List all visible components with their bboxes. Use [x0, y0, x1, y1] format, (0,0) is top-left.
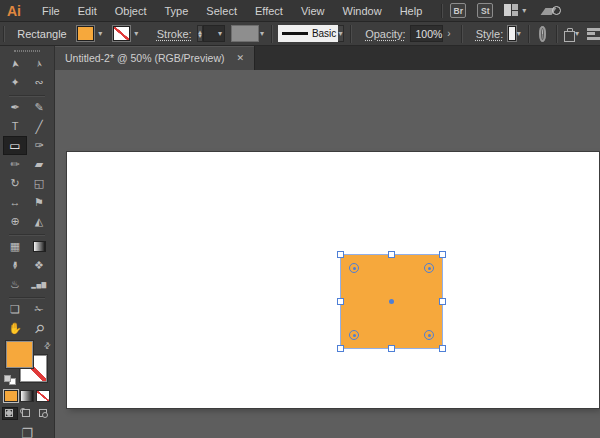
- live-corner-widget-sw[interactable]: [349, 330, 359, 340]
- swap-fill-stroke-icon[interactable]: ⇄: [42, 340, 53, 351]
- color-button[interactable]: [4, 390, 18, 402]
- live-corner-widget-nw[interactable]: [349, 263, 359, 273]
- selection-handle-e[interactable]: [439, 298, 446, 305]
- brush-definition-preview[interactable]: Basic: [278, 25, 338, 42]
- stroke-color-control[interactable]: ▾: [113, 26, 143, 41]
- selection-handle-ne[interactable]: [439, 251, 446, 258]
- tool-magic-wand-tool[interactable]: ✦: [3, 73, 27, 92]
- close-tab-icon[interactable]: ✕: [236, 53, 244, 63]
- tool-curvature-tool[interactable]: ✎: [27, 98, 51, 117]
- tool-width-tool[interactable]: ↔: [3, 193, 27, 212]
- menu-object[interactable]: Object: [106, 5, 156, 17]
- chevron-down-icon[interactable]: ▾: [522, 7, 526, 15]
- selected-rectangle-shape[interactable]: [341, 255, 442, 348]
- fill-color-control[interactable]: ▾: [77, 26, 107, 41]
- graphic-styles-button[interactable]: St: [477, 3, 493, 18]
- chevron-down-icon[interactable]: ▾: [130, 26, 143, 41]
- graphic-style-swatch[interactable]: [508, 26, 516, 41]
- draw-normal-button[interactable]: [2, 407, 18, 420]
- gpu-performance-icon[interactable]: [542, 4, 562, 18]
- tool-puppet-warp-tool[interactable]: ⚑: [27, 193, 51, 212]
- stepper-down-icon[interactable]: ▾: [198, 34, 202, 38]
- chevron-down-icon[interactable]: ▾: [575, 30, 579, 38]
- chevron-down-icon[interactable]: ▾: [94, 26, 107, 41]
- menu-edit[interactable]: Edit: [69, 5, 106, 17]
- recolor-artwork-icon[interactable]: [539, 26, 546, 42]
- go-to-bridge-button[interactable]: Br: [450, 3, 466, 18]
- menu-view[interactable]: View: [292, 5, 334, 17]
- gradient-button[interactable]: [20, 390, 34, 402]
- tool-selection-tool[interactable]: ➤: [3, 54, 27, 73]
- tool-blend-tool[interactable]: ❖: [27, 256, 51, 275]
- center-point-indicator[interactable]: [389, 299, 394, 304]
- artboard[interactable]: [67, 152, 599, 408]
- control-bar: Rectangle ▾ ▾ Stroke: ▴ ▾ ▾ ▾ Basic ▾ Op…: [0, 22, 600, 46]
- tool-type-tool[interactable]: T: [3, 117, 27, 136]
- selection-handle-s[interactable]: [388, 345, 395, 352]
- fill-proxy-swatch[interactable]: [6, 341, 33, 368]
- stroke-weight-stepper[interactable]: ▴ ▾: [197, 25, 204, 42]
- tool-paintbrush-tool[interactable]: ✑: [27, 136, 51, 155]
- tool-shape-builder-tool[interactable]: ⊕: [3, 212, 27, 231]
- menu-effect[interactable]: Effect: [246, 5, 292, 17]
- opacity-menu-arrow-icon[interactable]: ›: [447, 28, 450, 39]
- document-tab[interactable]: Untitled-2* @ 50% (RGB/Preview) ✕: [55, 46, 255, 70]
- live-corner-widget-se[interactable]: [424, 330, 434, 340]
- document-setup-icon[interactable]: [567, 28, 573, 40]
- selection-handle-se[interactable]: [439, 345, 446, 352]
- tool-eyedropper-tool[interactable]: ✒: [3, 256, 27, 275]
- tools-panel: ➤➢✦∾✒✎T╱▭✑✏▰↻◱↔⚑⊕◭▦✒❖♨▂▅▇❏✁✋⚲ ⇄: [0, 46, 55, 438]
- panel-grip-icon[interactable]: [3, 26, 5, 42]
- tool-artboard-tool[interactable]: ❏: [3, 300, 27, 319]
- brush-dropdown-chevron-icon[interactable]: ▾: [338, 25, 344, 42]
- panel-grip-icon[interactable]: [14, 50, 40, 52]
- stroke-weight-dropdown[interactable]: ▾: [203, 25, 225, 42]
- tool-zoom-tool[interactable]: ⚲: [27, 319, 51, 338]
- chevron-down-icon[interactable]: ▾: [516, 26, 522, 41]
- chevron-down-icon[interactable]: ▾: [259, 26, 265, 41]
- opacity-input[interactable]: 100%: [410, 25, 443, 42]
- menu-help[interactable]: Help: [391, 5, 432, 17]
- change-screen-mode-icon[interactable]: ❐: [21, 426, 33, 438]
- selection-handle-nw[interactable]: [337, 251, 344, 258]
- tool-pen-tool[interactable]: ✒: [3, 98, 27, 117]
- tool-slice-tool[interactable]: ✁: [27, 300, 51, 319]
- live-corner-widget-ne[interactable]: [424, 263, 434, 273]
- tool-rectangle-tool[interactable]: ▭: [3, 136, 27, 155]
- menu-file[interactable]: File: [33, 5, 69, 17]
- tool-column-graph-tool[interactable]: ▂▅▇: [27, 275, 51, 294]
- align-icon[interactable]: [587, 28, 600, 40]
- tool-gradient-tool[interactable]: [27, 237, 51, 256]
- tool-scale-tool[interactable]: ◱: [27, 174, 51, 193]
- tool-perspective-grid-tool[interactable]: ◭: [27, 212, 51, 231]
- menu-type[interactable]: Type: [156, 5, 198, 17]
- eraser-tool-icon: ▰: [35, 159, 43, 170]
- workspace-switcher-icon[interactable]: [504, 4, 519, 17]
- illustrator-app-icon[interactable]: Ai: [7, 3, 21, 19]
- stroke-panel-link[interactable]: Stroke:: [157, 28, 192, 40]
- draw-behind-button[interactable]: [19, 407, 35, 420]
- tool-hand-tool[interactable]: ✋: [3, 319, 27, 338]
- stroke-none-swatch[interactable]: [113, 26, 130, 41]
- tool-eraser-tool[interactable]: ▰: [27, 155, 51, 174]
- default-fill-stroke-icon[interactable]: [4, 375, 16, 385]
- draw-inside-button[interactable]: [36, 407, 52, 420]
- tool-symbol-sprayer-tool[interactable]: ♨: [3, 275, 27, 294]
- none-button[interactable]: [36, 390, 50, 402]
- opacity-panel-link[interactable]: Opacity:: [365, 28, 405, 40]
- style-panel-link[interactable]: Style:: [476, 28, 504, 40]
- tool-rotate-tool[interactable]: ↻: [3, 174, 27, 193]
- fill-color-swatch[interactable]: [77, 26, 94, 41]
- tool-direct-selection-tool[interactable]: ➢: [27, 54, 51, 73]
- tool-lasso-tool[interactable]: ∾: [27, 73, 51, 92]
- menu-select[interactable]: Select: [197, 5, 246, 17]
- canvas-area[interactable]: [55, 70, 600, 438]
- selection-handle-sw[interactable]: [337, 345, 344, 352]
- menu-window[interactable]: Window: [334, 5, 391, 17]
- selection-handle-n[interactable]: [388, 251, 395, 258]
- tool-line-segment-tool[interactable]: ╱: [27, 117, 51, 136]
- width-profile-dropdown[interactable]: [231, 25, 259, 42]
- tool-mesh-tool[interactable]: ▦: [3, 237, 27, 256]
- tool-shaper-tool[interactable]: ✏: [3, 155, 27, 174]
- selection-handle-w[interactable]: [337, 298, 344, 305]
